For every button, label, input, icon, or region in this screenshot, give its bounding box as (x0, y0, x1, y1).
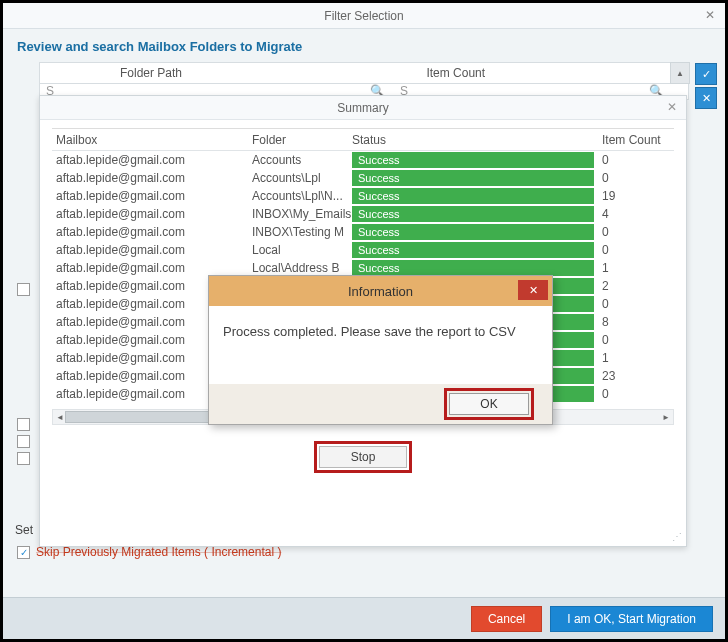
scroll-right-icon[interactable]: ► (659, 410, 673, 424)
cell-count: 1 (602, 261, 674, 275)
col-folder-path[interactable]: Folder Path (40, 66, 396, 80)
cell-mailbox: aftab.lepide@gmail.com (52, 171, 252, 185)
summary-title: Summary (337, 101, 388, 115)
ok-button[interactable]: OK (449, 393, 529, 415)
checkbox[interactable] (17, 418, 30, 431)
cell-folder: Accounts\Lpl (252, 171, 352, 185)
footer: Cancel I am OK, Start Migration (3, 597, 725, 639)
msgbox-footer: OK (209, 384, 552, 424)
cancel-button[interactable]: Cancel (471, 606, 542, 632)
cell-status: Success (352, 170, 602, 186)
header-item-count[interactable]: Item Count (602, 133, 674, 147)
start-migration-button[interactable]: I am OK, Start Migration (550, 606, 713, 632)
cell-status: Success (352, 242, 602, 258)
cell-mailbox: aftab.lepide@gmail.com (52, 261, 252, 275)
cell-mailbox: aftab.lepide@gmail.com (52, 243, 252, 257)
cell-count: 19 (602, 189, 674, 203)
close-icon[interactable]: ✕ (518, 280, 548, 300)
cell-folder: Local (252, 243, 352, 257)
select-all-button[interactable]: ✓ (695, 63, 717, 85)
cell-count: 0 (602, 225, 674, 239)
table-row[interactable]: aftab.lepide@gmail.comAccountsSuccess0 (52, 151, 674, 169)
cell-status: Success (352, 188, 602, 204)
stop-highlight: Stop (314, 441, 412, 473)
header-status[interactable]: Status (352, 133, 602, 147)
table-row[interactable]: aftab.lepide@gmail.comAccounts\Lpl\N...S… (52, 187, 674, 205)
checkbox[interactable] (17, 435, 30, 448)
side-select-buttons: ✓ ✕ (695, 63, 717, 109)
cell-folder: Accounts\Lpl\N... (252, 189, 352, 203)
msgbox-titlebar: Information ✕ (209, 276, 552, 306)
cell-status: Success (352, 260, 602, 276)
cell-count: 0 (602, 387, 674, 401)
checkbox[interactable] (17, 452, 30, 465)
table-row[interactable]: aftab.lepide@gmail.comINBOX\My_EmailsSuc… (52, 205, 674, 223)
titlebar: Filter Selection ✕ (3, 3, 725, 29)
close-icon[interactable]: ✕ (699, 5, 721, 25)
header-folder[interactable]: Folder (252, 133, 352, 147)
information-dialog: Information ✕ Process completed. Please … (208, 275, 553, 425)
cell-count: 23 (602, 369, 674, 383)
skip-previous-row[interactable]: Skip Previously Migrated Items ( Increme… (17, 545, 281, 559)
table-row[interactable]: aftab.lepide@gmail.comAccounts\LplSucces… (52, 169, 674, 187)
window-title: Filter Selection (324, 9, 403, 23)
cell-count: 0 (602, 333, 674, 347)
cell-count: 4 (602, 207, 674, 221)
checkbox[interactable] (17, 283, 30, 296)
left-checkboxes (17, 283, 30, 465)
skip-checkbox[interactable] (17, 546, 30, 559)
cell-status: Success (352, 206, 602, 222)
cell-count: 1 (602, 351, 674, 365)
cell-count: 0 (602, 243, 674, 257)
page-subtitle: Review and search Mailbox Folders to Mig… (3, 29, 725, 58)
deselect-all-button[interactable]: ✕ (695, 87, 717, 109)
scroll-up-icon[interactable]: ▲ (670, 62, 690, 84)
cell-folder: INBOX\Testing M (252, 225, 352, 239)
col-item-count[interactable]: Item Count (396, 66, 688, 80)
cell-folder: Accounts (252, 153, 352, 167)
ok-highlight: OK (444, 388, 534, 420)
resize-grip-icon[interactable]: ⋰ (672, 531, 680, 542)
grid-header: Mailbox Folder Status Item Count (52, 129, 674, 151)
set-label: Set (15, 523, 33, 537)
cell-status: Success (352, 224, 602, 240)
cell-count: 2 (602, 279, 674, 293)
skip-label: Skip Previously Migrated Items ( Increme… (36, 545, 281, 559)
close-icon[interactable]: ✕ (662, 98, 682, 116)
cell-count: 0 (602, 171, 674, 185)
cell-status: Success (352, 152, 602, 168)
msgbox-title: Information (348, 284, 413, 299)
cell-mailbox: aftab.lepide@gmail.com (52, 225, 252, 239)
cell-folder: Local\Address B (252, 261, 352, 275)
header-mailbox[interactable]: Mailbox (52, 133, 252, 147)
summary-titlebar: Summary ✕ (40, 96, 686, 120)
cell-count: 8 (602, 315, 674, 329)
stop-button[interactable]: Stop (319, 446, 407, 468)
msgbox-body: Process completed. Please save the repor… (209, 306, 552, 339)
cell-count: 0 (602, 153, 674, 167)
cell-mailbox: aftab.lepide@gmail.com (52, 189, 252, 203)
table-row[interactable]: aftab.lepide@gmail.comLocalSuccess0 (52, 241, 674, 259)
table-row[interactable]: aftab.lepide@gmail.comINBOX\Testing MSuc… (52, 223, 674, 241)
cell-mailbox: aftab.lepide@gmail.com (52, 207, 252, 221)
cell-count: 0 (602, 297, 674, 311)
cell-folder: INBOX\My_Emails (252, 207, 352, 221)
cell-mailbox: aftab.lepide@gmail.com (52, 153, 252, 167)
outer-table-header: Folder Path Item Count ▲ (39, 62, 689, 84)
